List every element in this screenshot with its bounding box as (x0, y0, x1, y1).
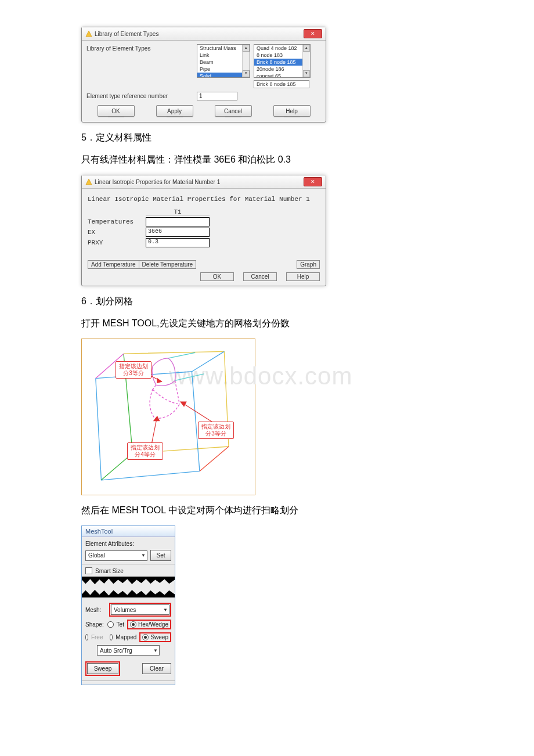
prxy-input[interactable]: 0.3 (146, 238, 210, 247)
dialog-titlebar: Library of Element Types ✕ (82, 27, 326, 41)
sweep-button[interactable]: Sweep (87, 663, 118, 674)
mesh-label: Mesh: (85, 607, 106, 613)
list-item[interactable]: 20node 186 (254, 66, 302, 73)
row-label: Library of Element Types (86, 44, 197, 52)
hex-label: Hex/Wedge (138, 621, 168, 628)
smart-size-label: Smart Size (95, 568, 124, 574)
ex-input[interactable]: 36e6 (146, 228, 210, 237)
dialog-titlebar: Linear Isotropic Properties for Material… (82, 175, 326, 189)
selected-output: Brick 8 node 185 (254, 80, 309, 88)
graph-button[interactable]: Graph (297, 260, 320, 269)
dialog-title: Linear Isotropic Properties for Material… (95, 179, 220, 185)
callout-right: 指定该边划 分3等分 (198, 422, 234, 439)
svg-line-2 (200, 447, 229, 471)
temps-label: Temperatures (88, 218, 146, 225)
list-item[interactable]: Structural Mass (197, 45, 242, 52)
shape-label: Shape: (85, 621, 104, 628)
scrollbar[interactable]: ▴ ▾ (242, 45, 250, 77)
chevron-down-icon: ▼ (141, 553, 146, 558)
meshtool-title: MeshTool (82, 526, 175, 537)
cancel-button[interactable]: Cancel (243, 272, 277, 281)
list-item[interactable]: concret 65 (254, 73, 302, 77)
scroll-up-icon[interactable]: ▴ (303, 45, 310, 52)
material-dialog: Linear Isotropic Properties for Material… (81, 175, 326, 286)
sweep-radio-label: Sweep (150, 634, 168, 640)
hex-radio[interactable] (130, 621, 136, 628)
svg-marker-9 (181, 402, 186, 406)
mapped-radio[interactable] (110, 634, 113, 640)
section-heading: 6．划分网格 (81, 294, 453, 308)
list-item[interactable]: Brick 8 node 185 (254, 59, 302, 66)
scroll-down-icon[interactable]: ▾ (243, 70, 250, 77)
chevron-down-icon: ▼ (163, 607, 168, 613)
list-item[interactable]: Quad 4 node 182 (254, 45, 302, 52)
element-types-dialog: Library of Element Types ✕ Library of El… (81, 27, 326, 123)
column-header: T1 (146, 208, 210, 216)
tet-label: Tet (117, 621, 124, 628)
apply-button[interactable]: Apply (156, 105, 193, 117)
free-radio[interactable] (85, 634, 88, 640)
help-button[interactable]: Help (286, 272, 320, 281)
cancel-button[interactable]: Cancel (215, 105, 252, 117)
svg-line-5 (175, 380, 180, 404)
category-listbox[interactable]: Structural Mass Link Beam Pipe Solid She… (197, 44, 250, 78)
scroll-down-icon[interactable]: ▾ (303, 70, 310, 77)
meshtool-panel: MeshTool Element Attributes: Global▼ Set… (81, 525, 175, 685)
svg-line-1 (192, 351, 224, 372)
section-heading: 5．定义材料属性 (81, 131, 453, 145)
scrollbar[interactable]: ▴ ▾ (302, 45, 310, 77)
ok-button[interactable]: OK (200, 272, 234, 281)
mapped-label: Mapped (116, 634, 136, 640)
mesh-cube-figure: www.bdocx.com (81, 339, 255, 495)
callout-left: 指定该边划 分4等分 (127, 442, 163, 460)
list-item[interactable]: 8 node 183 (254, 52, 302, 59)
callout-top: 指定该边划 分3等分 (116, 361, 151, 379)
svg-marker-11 (154, 416, 160, 421)
cube-svg (84, 341, 252, 492)
combo-value: Auto Src/Trg (100, 647, 132, 654)
body-text: 打开 MESH TOOL,先设定关键地方的网格划分份数 (81, 316, 453, 330)
help-button[interactable]: Help (273, 105, 311, 117)
smart-size-checkbox[interactable] (85, 567, 92, 574)
list-item[interactable]: Beam (197, 59, 242, 66)
src-trg-combo[interactable]: Auto Src/Trg▼ (97, 645, 160, 656)
close-icon[interactable]: ✕ (304, 177, 322, 186)
tet-radio[interactable] (107, 621, 113, 628)
ansys-icon (85, 30, 92, 37)
combo-value: Volumes (114, 607, 136, 613)
ansys-icon (85, 178, 92, 185)
body-text: 只有线弹性材料属性：弹性模量 36E6 和泊松比 0.3 (81, 153, 453, 167)
sweep-radio[interactable] (142, 634, 149, 640)
delete-temperature-button[interactable]: Delete Temperature (139, 260, 197, 269)
temp-input[interactable] (146, 217, 210, 226)
svg-marker-7 (157, 379, 162, 383)
ref-number-input[interactable] (197, 92, 237, 100)
close-icon[interactable]: ✕ (304, 29, 322, 38)
dialog-heading: Linear Isotropic Material Properties for… (88, 196, 320, 203)
elem-attr-label: Element Attributes: (85, 541, 171, 547)
chevron-down-icon: ▼ (153, 648, 158, 653)
body-text: 然后在 MESH TOOL 中设定对两个体均进行扫略划分 (81, 503, 453, 517)
clear-button[interactable]: Clear (142, 663, 171, 674)
prxy-label: PRXY (88, 239, 146, 246)
list-item[interactable]: Pipe (197, 66, 242, 73)
add-temperature-button[interactable]: Add Temperature (88, 260, 139, 269)
dialog-title: Library of Element Types (95, 31, 158, 37)
torn-section (82, 578, 175, 596)
list-item[interactable]: Solid (197, 73, 242, 77)
list-item[interactable]: Link (197, 52, 242, 59)
scroll-up-icon[interactable]: ▴ (243, 45, 250, 52)
free-label: Free (91, 634, 103, 640)
ex-label: EX (88, 229, 146, 236)
set-button[interactable]: Set (150, 550, 171, 561)
ok-button[interactable]: OK (98, 105, 135, 117)
svg-line-4 (153, 385, 156, 390)
subtype-listbox[interactable]: Quad 4 node 182 8 node 183 Brick 8 node … (254, 44, 311, 78)
combo-value: Global (88, 552, 105, 559)
global-combo[interactable]: Global▼ (85, 550, 147, 561)
ref-label: Element type reference number (86, 92, 197, 99)
mesh-target-combo[interactable]: Volumes▼ (111, 604, 169, 615)
